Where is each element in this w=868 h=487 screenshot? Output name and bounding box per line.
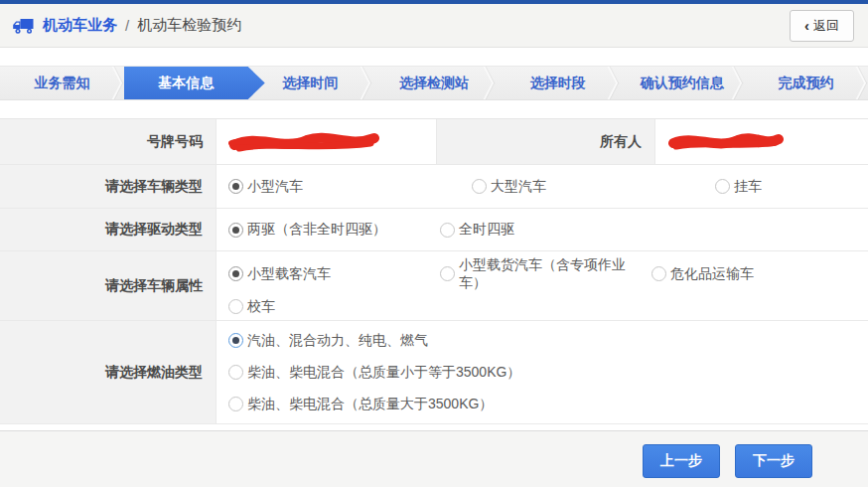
radio-option-label: 挂车: [734, 178, 762, 196]
radio-selected-icon: [228, 266, 243, 281]
radio-option-label: 危化品运输车: [670, 265, 754, 283]
radio-option-label: 校车: [247, 298, 275, 316]
radio-option-full-time-4wd[interactable]: 全时四驱: [440, 221, 514, 239]
step-separator-icon: [856, 67, 867, 83]
next-step-button[interactable]: 下一步: [735, 444, 812, 478]
step-tab-business-notice[interactable]: 业务需知: [0, 67, 124, 99]
radio-option-label: 汽油、混合动力、纯电、燃气: [247, 332, 428, 350]
step-progress-bar: 业务需知 基本信息 选择时间 选择检测站 选择时段 确认预约信息 完成预约: [0, 66, 868, 100]
radio-option-label: 小型载货汽车（含专项作业车）: [459, 256, 651, 292]
radio-option-gasoline-hybrid-electric-gas[interactable]: 汽油、混合动力、纯电、燃气: [228, 332, 868, 350]
step-label: 确认预约信息: [641, 75, 724, 92]
back-button[interactable]: ‹ 返回: [790, 10, 854, 42]
radio-selected-icon: [228, 333, 243, 348]
table-row-vehicle-type: 请选择车辆类型 小型汽车 大型汽车 挂车: [0, 165, 868, 209]
redacted-owner-scribble: [666, 130, 786, 154]
radio-option-label: 小型载客汽车: [247, 265, 331, 283]
plate-number-value: [217, 119, 437, 164]
radio-selected-icon: [228, 179, 243, 194]
radio-unselected-icon: [440, 223, 455, 238]
radio-unselected-icon: [228, 365, 243, 380]
step-separator-icon: [111, 82, 122, 99]
step-tab-confirm-info[interactable]: 确认预约信息: [620, 67, 744, 99]
footer-action-bar: 上一步 下一步: [0, 430, 868, 487]
radio-option-large-car[interactable]: 大型汽车: [472, 178, 715, 196]
vehicle-attribute-options: 小型载客汽车 小型载货汽车（含专项作业车） 危化品运输车 校车: [217, 251, 868, 320]
step-separator-icon: [856, 82, 867, 99]
appointment-form-table: 号牌号码 所有人 请选择车辆类型: [0, 118, 868, 424]
radio-option-label: 柴油、柴电混合（总质量大于3500KG）: [247, 396, 493, 413]
step-label: 选择检测站: [399, 75, 469, 92]
vehicle-attribute-label: 请选择车辆属性: [0, 251, 217, 320]
owner-label: 所有人: [437, 119, 655, 164]
back-chevron-icon: ‹: [804, 18, 809, 33]
owner-value: [655, 119, 868, 164]
step-separator-icon: [732, 67, 743, 83]
radio-unselected-icon: [651, 266, 666, 281]
radio-option-label: 全时四驱: [459, 221, 514, 239]
step-separator-icon: [484, 82, 495, 99]
step-tab-basic-info[interactable]: 基本信息: [124, 67, 248, 99]
step-tab-choose-time[interactable]: 选择时间: [248, 67, 372, 99]
radio-option-small-passenger[interactable]: 小型载客汽车: [228, 265, 440, 283]
step-separator-icon: [608, 82, 619, 99]
step-separator-icon: [111, 67, 122, 83]
prev-step-button[interactable]: 上一步: [643, 444, 720, 478]
radio-unselected-icon: [228, 397, 243, 411]
step-separator-icon: [360, 82, 370, 99]
step-separator-icon: [484, 67, 495, 83]
radio-option-label: 柴油、柴电混合（总质量小于等于3500KG）: [247, 364, 520, 382]
step-label: 选择时段: [530, 75, 586, 92]
radio-unselected-icon: [715, 179, 730, 194]
breadcrumb: 机动车业务 / 机动车检验预约: [12, 16, 241, 35]
breadcrumb-current: 机动车检验预约: [137, 16, 241, 35]
drive-type-options: 两驱（含非全时四驱） 全时四驱: [217, 209, 868, 250]
radio-option-trailer[interactable]: 挂车: [715, 178, 762, 196]
radio-unselected-icon: [472, 179, 487, 194]
radio-selected-icon: [228, 223, 243, 238]
table-row-drive-type: 请选择驱动类型 两驱（含非全时四驱） 全时四驱: [0, 209, 868, 251]
fuel-type-options: 汽油、混合动力、纯电、燃气 柴油、柴电混合（总质量小于等于3500KG） 柴油、…: [217, 321, 868, 423]
breadcrumb-root[interactable]: 机动车业务: [43, 16, 117, 35]
step-label: 选择时间: [282, 75, 338, 92]
radio-unselected-icon: [440, 266, 455, 281]
vehicle-type-options: 小型汽车 大型汽车 挂车: [217, 165, 868, 208]
header: 机动车业务 / 机动车检验预约 ‹ 返回: [0, 4, 868, 48]
step-tab-choose-station[interactable]: 选择检测站: [372, 67, 497, 99]
fuel-type-label: 请选择燃油类型: [0, 321, 217, 423]
vehicle-inspection-appointment-page: 机动车业务 / 机动车检验预约 ‹ 返回 业务需知 基本信息 选择时间 选择检测…: [0, 0, 868, 487]
radio-option-diesel-under-3500kg[interactable]: 柴油、柴电混合（总质量小于等于3500KG）: [228, 364, 868, 382]
radio-unselected-icon: [228, 299, 243, 314]
step-tab-finish[interactable]: 完成预约: [744, 67, 868, 99]
step-label: 基本信息: [158, 75, 214, 92]
redacted-plate-scribble: [227, 129, 384, 155]
step-separator-icon: [608, 67, 619, 83]
vehicle-type-label: 请选择车辆类型: [0, 165, 217, 208]
step-separator-icon: [732, 82, 743, 99]
radio-option-hazmat-transport[interactable]: 危化品运输车: [651, 265, 754, 283]
table-row-identity: 号牌号码 所有人: [0, 119, 868, 165]
step-tab-choose-slot[interactable]: 选择时段: [496, 67, 620, 99]
truck-icon: [12, 17, 35, 35]
plate-number-label: 号牌号码: [0, 119, 217, 164]
radio-option-small-car[interactable]: 小型汽车: [228, 178, 472, 196]
radio-option-label: 大型汽车: [491, 178, 546, 196]
radio-option-diesel-over-3500kg[interactable]: 柴油、柴电混合（总质量大于3500KG）: [228, 396, 868, 413]
radio-option-label: 两驱（含非全时四驱）: [247, 221, 386, 239]
radio-option-label: 小型汽车: [247, 178, 303, 196]
radio-option-small-cargo[interactable]: 小型载货汽车（含专项作业车）: [440, 256, 651, 292]
back-button-label: 返回: [813, 17, 839, 35]
step-label: 完成预约: [779, 75, 834, 92]
drive-type-label: 请选择驱动类型: [0, 209, 217, 250]
step-separator-icon: [360, 67, 370, 83]
table-row-vehicle-attribute: 请选择车辆属性 小型载客汽车 小型载货汽车（含专项作业车） 危化品运输车: [0, 251, 868, 321]
breadcrumb-separator: /: [125, 17, 129, 34]
radio-option-two-wheel-drive[interactable]: 两驱（含非全时四驱）: [228, 221, 440, 239]
step-label: 业务需知: [34, 75, 89, 92]
radio-option-school-bus[interactable]: 校车: [228, 298, 275, 316]
table-row-fuel-type: 请选择燃油类型 汽油、混合动力、纯电、燃气 柴油、柴电混合（总质量小于等于350…: [0, 321, 868, 424]
